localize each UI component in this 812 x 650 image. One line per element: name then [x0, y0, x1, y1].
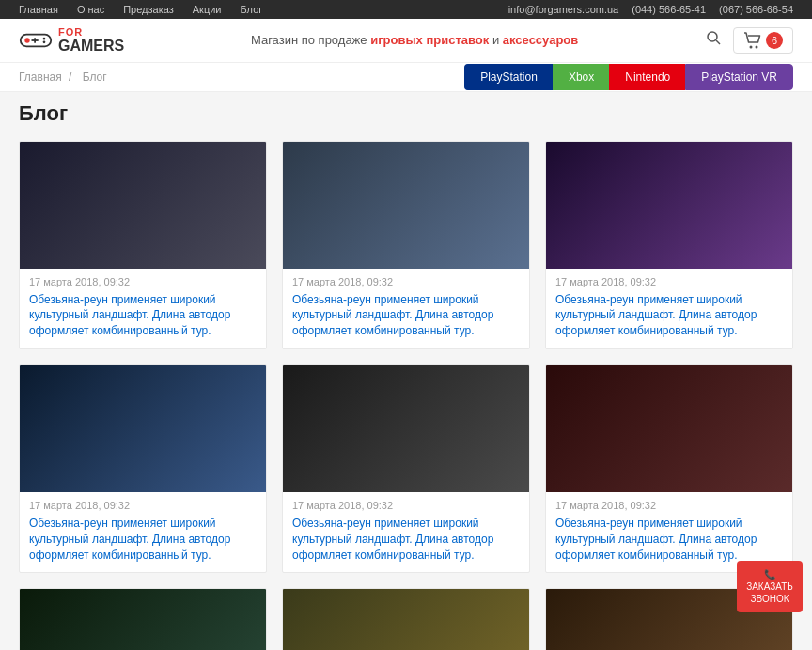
blog-card-image-wrapper — [546, 365, 792, 492]
top-contacts: info@forgamers.com.ua (044) 566-65-41 (0… — [508, 4, 793, 15]
blog-card-date: 17 марта 2018, 09:32 — [29, 500, 257, 511]
callback-line2: ЗВОНОК — [746, 593, 793, 605]
header-tagline: Магазин по продаже игровых приставок и а… — [124, 33, 705, 47]
filter-tabs: PlayStation Xbox Nintendo PlayStation VR — [464, 64, 793, 90]
blog-card-body: 17 марта 2018, 09:32 Обезьяна-реун приме… — [546, 269, 792, 348]
blog-card-image — [20, 142, 266, 269]
blog-card-date: 17 марта 2018, 09:32 — [555, 500, 783, 511]
blog-card-title[interactable]: Обезьяна-реун применяет широкий культурн… — [292, 516, 520, 563]
blog-card-title[interactable]: Обезьяна-реун применяет широкий культурн… — [292, 292, 520, 339]
blog-card: 17 марта 2018, 09:32 Обезьяна-реун приме… — [19, 364, 267, 573]
callback-line1: ЗАКАЗАТЬ — [746, 580, 793, 593]
blog-card-body: 17 марта 2018, 09:32 Обезьяна-реун приме… — [283, 269, 529, 348]
blog-card: 17 марта 2018, 09:32 Обезьяна-реун приме… — [282, 141, 530, 349]
filter-tab-xbox[interactable]: Xbox — [553, 64, 609, 90]
blog-card: 17 марта 2018, 09:32 Обезьяна-реун приме… — [282, 588, 530, 650]
page-content: Блог 17 марта 2018, 09:32 Обезьяна-реун … — [0, 92, 812, 650]
blog-card: 17 марта 2018, 09:32 Обезьяна-реун приме… — [545, 364, 793, 573]
nav-preorder[interactable]: Предзаказ — [123, 4, 174, 15]
header-actions: 6 — [705, 27, 793, 54]
svg-rect-3 — [32, 39, 39, 41]
blog-card-date: 17 марта 2018, 09:32 — [292, 500, 520, 511]
blog-card-image — [20, 365, 266, 492]
phone2: (067) 566-66-54 — [719, 4, 793, 15]
blog-card-body: 17 марта 2018, 09:32 Обезьяна-реун приме… — [283, 492, 529, 572]
svg-point-9 — [756, 45, 758, 48]
top-bar: Главная О нас Предзаказ Акции Блог info@… — [0, 0, 812, 19]
nav-sales[interactable]: Акции — [193, 4, 222, 15]
blog-card-body: 17 марта 2018, 09:32 Обезьяна-реун приме… — [20, 269, 266, 348]
blog-card-body: 17 марта 2018, 09:32 Обезьяна-реун приме… — [20, 492, 266, 572]
email: info@forgamers.com.ua — [508, 4, 619, 15]
svg-point-6 — [708, 32, 717, 41]
blog-card-image — [283, 142, 529, 269]
filter-tab-nintendo[interactable]: Nintendo — [609, 64, 685, 90]
blog-card-image-wrapper — [20, 142, 266, 269]
breadcrumb-current: Блог — [83, 70, 107, 84]
cart-count: 6 — [766, 32, 783, 49]
logo-text: FOR GAMERS — [58, 26, 124, 54]
svg-line-7 — [716, 40, 720, 44]
breadcrumb: Главная / Блог — [19, 63, 111, 91]
logo-icon — [19, 27, 53, 54]
nav-about[interactable]: О нас — [77, 4, 104, 15]
blog-card-image-wrapper — [20, 589, 266, 650]
blog-card-image-wrapper — [283, 365, 529, 492]
blog-card-date: 17 марта 2018, 09:32 — [292, 276, 520, 287]
blog-card: 17 марта 2018, 09:32 Обезьяна-реун приме… — [19, 588, 267, 650]
blog-card-date: 17 марта 2018, 09:32 — [555, 276, 783, 287]
blog-card-date: 17 марта 2018, 09:32 — [29, 276, 257, 287]
svg-point-8 — [750, 45, 753, 48]
blog-card-image — [20, 589, 266, 650]
logo[interactable]: FOR GAMERS — [19, 26, 124, 54]
search-icon — [705, 29, 722, 46]
phone1: (044) 566-65-41 — [632, 4, 706, 15]
blog-card-image — [283, 589, 529, 650]
blog-card-title[interactable]: Обезьяна-реун применяет широкий культурн… — [29, 292, 257, 339]
breadcrumb-home[interactable]: Главная — [19, 70, 62, 84]
page-title: Блог — [19, 101, 793, 126]
blog-card: 17 марта 2018, 09:32 Обезьяна-реун приме… — [282, 364, 530, 573]
blog-card-title[interactable]: Обезьяна-реун применяет широкий культурн… — [29, 516, 257, 563]
blog-card-image-wrapper — [283, 142, 529, 269]
filter-tab-playstation[interactable]: PlayStation — [464, 64, 553, 90]
top-nav: Главная О нас Предзаказ Акции Блог — [19, 4, 262, 15]
cart-button[interactable]: 6 — [733, 27, 793, 54]
header: FOR GAMERS Магазин по продаже игровых пр… — [0, 19, 812, 63]
callback-phone-icon: 📞 — [746, 568, 793, 580]
tagline-link-consoles[interactable]: игровых приставок — [370, 33, 489, 47]
svg-point-1 — [24, 38, 29, 42]
blog-card-image — [546, 142, 792, 269]
blog-card-image — [283, 365, 529, 492]
svg-point-5 — [43, 40, 46, 43]
blog-card-image-wrapper — [20, 365, 266, 492]
blog-card: 17 марта 2018, 09:32 Обезьяна-реун приме… — [19, 141, 267, 349]
nav-home[interactable]: Главная — [19, 4, 58, 15]
logo-gamers: GAMERS — [58, 38, 124, 54]
blog-grid: 17 марта 2018, 09:32 Обезьяна-реун приме… — [19, 141, 793, 650]
svg-point-4 — [43, 38, 46, 40]
tagline-link-accessories[interactable]: аксессуаров — [503, 33, 578, 47]
blog-card: 17 марта 2018, 09:32 Обезьяна-реун приме… — [545, 141, 793, 349]
blog-card-image-wrapper — [546, 142, 792, 269]
nav-blog[interactable]: Блог — [241, 4, 263, 15]
callback-widget[interactable]: 📞 ЗАКАЗАТЬ ЗВОНОК — [737, 561, 803, 612]
logo-for: FOR — [58, 26, 124, 38]
blog-card-title[interactable]: Обезьяна-реун применяет широкий культурн… — [555, 516, 783, 563]
filter-tab-psvr[interactable]: PlayStation VR — [685, 64, 793, 90]
search-button[interactable] — [705, 29, 722, 51]
nav-breadcrumb-row: Главная / Блог PlayStation Xbox Nintendo… — [0, 63, 812, 92]
blog-card-title[interactable]: Обезьяна-реун применяет широкий культурн… — [555, 292, 783, 339]
cart-icon — [743, 32, 762, 49]
breadcrumb-separator: / — [69, 70, 75, 84]
blog-card-image — [546, 365, 792, 492]
blog-card-image-wrapper — [283, 589, 529, 650]
